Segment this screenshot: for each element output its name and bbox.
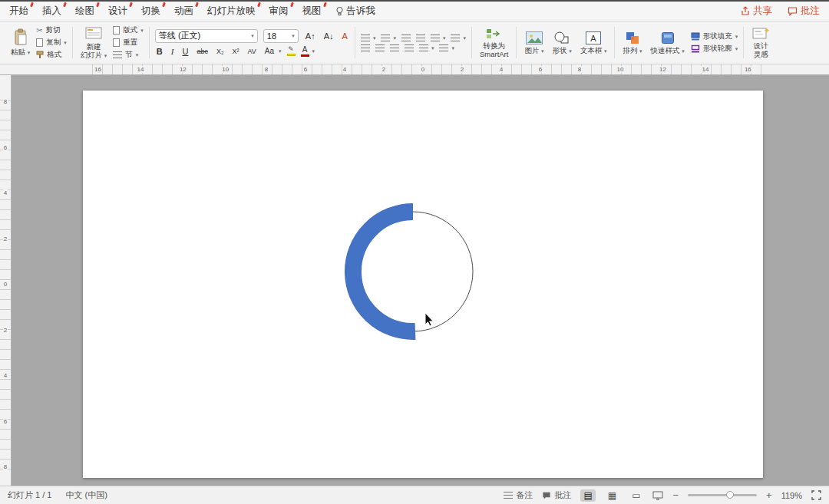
vertical-ruler[interactable]: 864202468 bbox=[0, 75, 12, 486]
character-spacing-button[interactable]: AV bbox=[246, 48, 257, 55]
status-bar: 幻灯片 1 / 1 中文 (中国) 备注 批注 ▤ ▦ ▭ − bbox=[0, 486, 829, 504]
tab-badge bbox=[96, 2, 100, 8]
caret-icon: ▾ bbox=[443, 35, 446, 41]
language-indicator[interactable]: 中文 (中国) bbox=[65, 489, 107, 501]
design-ideas-button[interactable]: 设计 灵感 bbox=[749, 25, 772, 60]
numbering-button[interactable]: ▾ bbox=[381, 35, 396, 41]
text-direction-button[interactable]: ▾ bbox=[451, 35, 466, 41]
ribbon-tab[interactable]: 幻灯片放映 bbox=[207, 5, 256, 18]
ruler-label: 2 bbox=[460, 66, 464, 73]
strikethrough-button[interactable]: abc bbox=[195, 48, 210, 55]
decrease-indent-button[interactable] bbox=[401, 35, 411, 41]
shrink-font-button[interactable]: A↓ bbox=[322, 31, 335, 41]
font-color-button[interactable]: A ▾ bbox=[301, 46, 315, 57]
tab-badge bbox=[63, 2, 67, 8]
font-group: 等线 (正文) ▾ 18 ▾ A↑ A↓ A B I U abc X₂ X² A… bbox=[150, 23, 355, 62]
textbox-button[interactable]: A 文本框 ▾ bbox=[578, 30, 609, 56]
zoom-slider-thumb[interactable] bbox=[726, 491, 734, 499]
align-right-button[interactable] bbox=[390, 44, 399, 51]
increase-indent-button[interactable] bbox=[416, 35, 425, 41]
cut-button[interactable]: ✂ 剪切 bbox=[36, 25, 67, 35]
horizontal-ruler[interactable]: 1614121086420246810121416 bbox=[0, 64, 829, 75]
slide[interactable] bbox=[83, 91, 763, 478]
font-size-select[interactable]: 18 ▾ bbox=[263, 29, 299, 43]
zoom-out-button[interactable]: − bbox=[672, 489, 679, 501]
fit-to-window-button[interactable] bbox=[811, 490, 821, 500]
slide-sorter-view-button[interactable]: ▦ bbox=[605, 489, 619, 502]
new-slide-button[interactable]: 新建 幻灯片 ▾ bbox=[78, 25, 110, 61]
align-text-button[interactable]: ▾ bbox=[439, 44, 454, 51]
ribbon-tab[interactable]: 审阅 bbox=[269, 5, 289, 18]
comments-button[interactable]: 批注 bbox=[788, 5, 820, 18]
tab-badge bbox=[30, 2, 34, 8]
statusbar-comments-button[interactable]: 批注 bbox=[542, 489, 571, 501]
line-spacing-button[interactable]: ▾ bbox=[431, 35, 446, 41]
ribbon-tab[interactable]: 设计 bbox=[108, 5, 127, 18]
font-name-select[interactable]: 等线 (正文) ▾ bbox=[155, 29, 258, 43]
copy-button[interactable]: 复制 ▾ bbox=[36, 38, 67, 48]
ruler-label: 4 bbox=[499, 66, 504, 73]
caret-icon: ▾ bbox=[541, 48, 544, 54]
reset-button[interactable]: 重置 bbox=[113, 38, 144, 48]
design-ideas-icon bbox=[751, 26, 770, 41]
design-ideas-group: 设计 灵感 bbox=[744, 23, 778, 62]
picture-button[interactable]: 图片 ▾ bbox=[522, 30, 546, 56]
change-case-button[interactable]: Aa ▾ bbox=[263, 47, 282, 55]
normal-view-button[interactable]: ▤ bbox=[580, 489, 595, 502]
superscript-button[interactable]: X² bbox=[230, 48, 240, 55]
tell-me-button[interactable]: 告诉我 bbox=[335, 5, 376, 18]
italic-button[interactable]: I bbox=[170, 47, 176, 56]
highlight-color-button[interactable]: ✎ bbox=[287, 46, 296, 56]
caret-icon: ▾ bbox=[292, 33, 295, 38]
slide-editor-canvas[interactable]: 864202468 bbox=[0, 75, 829, 486]
section-button[interactable]: 节 ▾ bbox=[113, 50, 144, 60]
reading-view-button[interactable]: ▭ bbox=[629, 489, 643, 502]
align-left-button[interactable] bbox=[361, 44, 370, 51]
shape-fill-button[interactable]: 形状填充 ▾ bbox=[691, 31, 738, 41]
ribbon-tab[interactable]: 插入 bbox=[42, 5, 61, 18]
clipboard-group: 粘贴 ▾ ✂ 剪切 复制 ▾ 格式 bbox=[3, 23, 72, 62]
caret-icon: ▾ bbox=[451, 45, 454, 51]
block-arc-shape[interactable] bbox=[353, 212, 473, 331]
shapes-button[interactable]: 形状 ▾ bbox=[550, 30, 574, 56]
ribbon-tab[interactable]: 切换 bbox=[141, 5, 160, 18]
align-center-button[interactable] bbox=[375, 44, 385, 51]
justify-button[interactable] bbox=[405, 44, 414, 51]
convert-smartart-button[interactable]: 转换为 SmartArt bbox=[477, 26, 510, 60]
share-button[interactable]: 共享 bbox=[741, 5, 772, 18]
bold-button[interactable]: B bbox=[155, 47, 164, 56]
format-painter-icon bbox=[36, 51, 44, 59]
caret-icon: ▾ bbox=[604, 48, 607, 54]
bullets-button[interactable]: ▾ bbox=[361, 35, 376, 41]
subscript-button[interactable]: X₂ bbox=[215, 48, 226, 55]
ribbon-tab[interactable]: 视图 bbox=[302, 5, 322, 18]
quick-styles-button[interactable]: 快速样式 ▾ bbox=[649, 30, 687, 56]
textbox-icon: A bbox=[585, 31, 602, 45]
tab-badge bbox=[195, 2, 199, 8]
zoom-slider[interactable] bbox=[688, 494, 757, 496]
arrange-button[interactable]: 排列 ▾ bbox=[620, 30, 644, 56]
caret-icon: ▾ bbox=[735, 34, 738, 39]
clear-formatting-button[interactable]: A bbox=[341, 31, 349, 41]
ribbon-tab[interactable]: 绘图 bbox=[75, 5, 94, 18]
slideshow-button[interactable] bbox=[652, 491, 663, 500]
arrange-icon bbox=[625, 31, 640, 45]
caret-icon: ▾ bbox=[104, 53, 107, 58]
ruler-label: 14 bbox=[701, 66, 709, 73]
zoom-level[interactable]: 119% bbox=[781, 491, 802, 500]
tab-badge bbox=[162, 2, 166, 8]
ribbon-tab[interactable]: 动画 bbox=[174, 5, 193, 18]
notes-icon bbox=[504, 492, 513, 499]
notes-button[interactable]: 备注 bbox=[504, 489, 533, 501]
shape-outline-button[interactable]: 形状轮廓 ▾ bbox=[691, 44, 738, 54]
ribbon-tab[interactable]: 开始 bbox=[9, 5, 28, 18]
rotate-text-button[interactable]: ▾ bbox=[419, 44, 434, 51]
zoom-in-button[interactable]: + bbox=[766, 489, 772, 501]
ruler-label: 0 bbox=[421, 66, 425, 73]
underline-button[interactable]: U bbox=[180, 47, 190, 56]
format-painter-button[interactable]: 格式 bbox=[36, 50, 67, 60]
grow-font-button[interactable]: A↑ bbox=[304, 31, 317, 41]
shapes-icon bbox=[553, 31, 570, 45]
paste-button[interactable]: 粘贴 ▾ bbox=[8, 28, 32, 58]
layout-button[interactable]: 版式 ▾ bbox=[113, 25, 144, 35]
